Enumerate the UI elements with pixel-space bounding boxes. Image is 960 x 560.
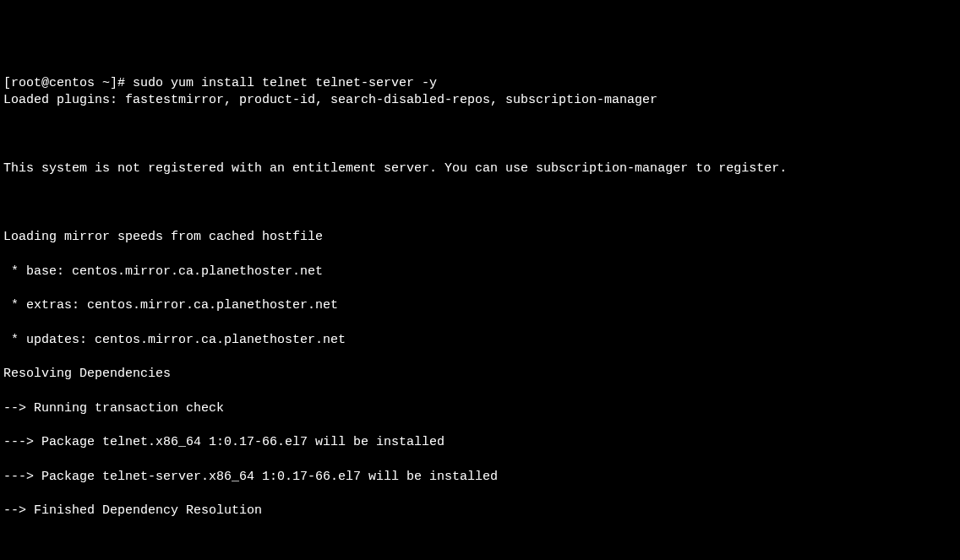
output-line: Resolving Dependencies — [3, 366, 957, 383]
output-line: * extras: centos.mirror.ca.planethoster.… — [3, 297, 957, 314]
shell-prompt: [root@centos ~]# — [3, 76, 133, 90]
output-line: Loaded plugins: fastestmirror, product-i… — [3, 92, 957, 109]
output-line: Loading mirror speeds from cached hostfi… — [3, 229, 957, 246]
output-line: * updates: centos.mirror.ca.planethoster… — [3, 332, 957, 349]
command-text: sudo yum install telnet telnet-server -y — [133, 76, 437, 90]
output-line: --> Running transaction check — [3, 400, 957, 417]
terminal-output[interactable]: [root@centos ~]# sudo yum install telnet… — [3, 75, 957, 560]
output-line: * base: centos.mirror.ca.planethoster.ne… — [3, 264, 957, 280]
output-line: --> Finished Dependency Resolution — [3, 503, 957, 519]
output-line: ---> Package telnet-server.x86_64 1:0.17… — [3, 469, 957, 486]
output-blank — [3, 537, 957, 554]
output-line: This system is not registered with an en… — [3, 160, 957, 177]
output-blank — [3, 127, 957, 144]
output-line: ---> Package telnet.x86_64 1:0.17-66.el7… — [3, 434, 957, 451]
output-blank — [3, 195, 957, 212]
